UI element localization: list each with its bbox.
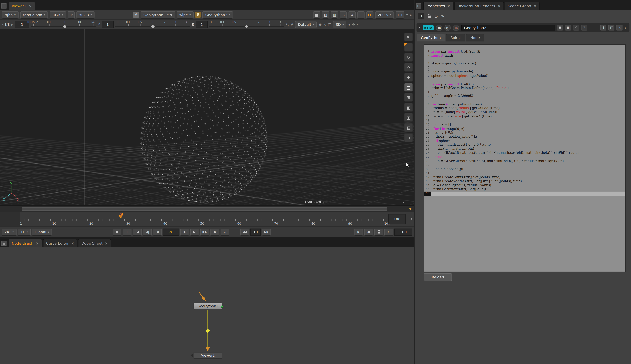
step-forward-button[interactable]: ▶▶ (200, 228, 209, 236)
close-icon[interactable]: × (447, 4, 450, 8)
frame-range-dropdown[interactable]: Global▾ (32, 228, 52, 236)
code-line[interactable]: 29 (424, 163, 625, 167)
pane-menu-icon[interactable]: ▤ (1, 240, 6, 246)
display-wireframe-button[interactable]: ◫ (404, 113, 413, 122)
double-chevron-icon[interactable]: » (410, 217, 412, 221)
set-in-point-button[interactable]: I (123, 228, 132, 236)
layer-dropdown[interactable]: rgba▾ (2, 11, 18, 18)
refresh-button[interactable]: ↺ (348, 11, 356, 18)
code-line[interactable]: 1from pxr import Usd, Sdf, Gf (424, 50, 625, 54)
double-chevron-icon[interactable]: » (357, 22, 359, 26)
code-line[interactable]: 5 (424, 66, 625, 70)
code-line[interactable]: 13 (424, 98, 625, 102)
close-icon[interactable]: × (29, 4, 32, 8)
matrix-tool-button[interactable]: ⊞ (404, 93, 413, 102)
frame-increment-input[interactable]: 10 (250, 228, 261, 236)
code-line[interactable]: 4stage = geo_python.stage() (424, 62, 625, 66)
step-back-button[interactable]: ◀ (153, 228, 162, 236)
code-line[interactable]: 31 (424, 172, 625, 175)
tab-geopython[interactable]: GeoPython (416, 34, 445, 42)
input-b-dropdown[interactable]: GeoPython2▾ (202, 11, 233, 18)
code-line[interactable]: 24 phi = math.acos(1.0 - 2.0 * k / n) (424, 143, 625, 147)
code-line[interactable]: 33 prim.CreateWidthsAttr().Set([size] * … (424, 179, 625, 183)
node-name-input[interactable]: GeoPython2 (462, 24, 555, 30)
wipe-dropdown[interactable]: wipe▾ (176, 11, 194, 18)
redo-button[interactable]: ↷ (581, 24, 587, 30)
display-textured-button[interactable]: ▦ (404, 123, 413, 132)
code-line[interactable]: 36 (424, 192, 625, 196)
close-panel-button[interactable]: × (617, 24, 623, 30)
gamma-slider[interactable]: 00.10.51234 (115, 20, 190, 29)
prev-stop-icon[interactable]: ◂ (2, 22, 4, 26)
max-panels-input[interactable]: 3 (418, 13, 424, 19)
node-viewer1[interactable]: Viewer1 (194, 352, 222, 358)
input-b-badge[interactable]: B (195, 12, 201, 18)
loop-mode-button[interactable]: ⇆ (113, 228, 122, 236)
prev-keyframe-button[interactable]: ◀| (143, 228, 152, 236)
pause-button[interactable]: ▮▮ (366, 11, 373, 18)
tab-scene-graph[interactable]: Scene Graph × (504, 2, 540, 10)
code-line[interactable]: 16 n = int(node['count'].getValueAt(time… (424, 110, 625, 114)
saturation-input[interactable]: 1 (196, 21, 208, 28)
help-button[interactable]: ? (601, 24, 607, 30)
range-popup-icon[interactable]: ▼ (409, 207, 412, 211)
float-panel-button[interactable]: ◳ (609, 24, 615, 30)
pane-divider[interactable] (414, 0, 415, 364)
code-line[interactable]: 25 sinPhi = math.sin(phi) (424, 147, 625, 151)
gamma-input[interactable]: 1 (102, 21, 114, 28)
code-line[interactable]: 3 (424, 58, 625, 62)
code-line[interactable]: 12golden_angle = 2.399963 (424, 94, 625, 98)
close-icon[interactable]: × (71, 242, 74, 246)
display-points-button[interactable]: ⊡ (404, 133, 413, 142)
playback-end-box[interactable]: 100 (394, 228, 412, 236)
jump-forward-button[interactable]: ▶▶ (262, 228, 271, 236)
code-line[interactable]: 9from pxr import UsdGeom (424, 82, 625, 86)
chevron-down-icon[interactable]: ▼ (406, 13, 408, 16)
code-line[interactable]: 35 prim.GetExtentAttr().Set([-e, e]) (424, 188, 625, 192)
code-line[interactable]: 7sphere = node['sphere'].getValue() (424, 74, 625, 78)
tab-spiral[interactable]: Spiral (446, 34, 465, 42)
tab-node-graph[interactable]: Node Graph × (8, 239, 42, 248)
code-line[interactable]: 11 (424, 90, 625, 94)
code-line[interactable]: 17 size = node['size'].getValueAt(time) (424, 114, 625, 118)
current-frame-input[interactable]: 28 (163, 228, 179, 236)
timeline-mode-dropdown[interactable]: TF▾ (18, 228, 31, 236)
double-chevron-icon[interactable]: » (625, 26, 627, 30)
clear-panels-button[interactable]: ⊘ (434, 14, 438, 19)
fstop-label[interactable]: f/8 (5, 22, 10, 26)
grid-overlay-icon[interactable]: # (290, 22, 294, 26)
center-node-button[interactable]: ◎ (444, 24, 451, 31)
code-line[interactable]: 2import math (424, 54, 625, 58)
jump-back-button[interactable]: ◀◀ (240, 228, 249, 236)
alpha-layer-dropdown[interactable]: rgba.alpha▾ (20, 11, 48, 18)
tab-dope-sheet[interactable]: Dope Sheet × (78, 239, 111, 248)
selection-box-icon[interactable]: ▢ (328, 22, 332, 26)
close-icon[interactable]: × (105, 242, 108, 246)
scale-tool-button[interactable]: ◇ (404, 63, 413, 72)
display-channels-dropdown[interactable]: RGB▾ (50, 11, 66, 18)
marquee-tool-button[interactable]: ▭ (404, 43, 413, 52)
lock-panels-button[interactable] (427, 14, 431, 18)
chevron-down-icon[interactable]: ▼ (348, 23, 350, 26)
zoom-dropdown[interactable]: 200%▾ (375, 11, 394, 18)
postage-stamp-button[interactable]: ◍ (453, 24, 459, 31)
gain-slider[interactable]: 0.0156250.111064 (31, 20, 96, 29)
code-line[interactable]: 34 e = Gf.Vec3f(radius, radius, radius) (424, 184, 625, 188)
undo-button[interactable]: ↶ (573, 24, 579, 30)
code-line[interactable]: 14for time in geo_python.times(): (424, 102, 625, 106)
out-point-button[interactable]: O (220, 228, 230, 236)
play-button[interactable]: ▶ (180, 228, 189, 236)
manage-knobs-button[interactable]: ▣ (557, 24, 563, 30)
node-color-swatch[interactable]: ● (436, 24, 442, 31)
range-end-box[interactable]: 100 (388, 214, 406, 224)
lock-range-button[interactable] (374, 228, 383, 236)
goto-start-button[interactable]: |◀ (133, 228, 142, 236)
timeline-ruler[interactable]: 110203040506070809010028 (20, 212, 390, 226)
mask-overlay-button[interactable]: ▦ (313, 11, 320, 18)
viewport-3d[interactable]: ↖ ▭ ↺ ◇ + ▤ ⊞ ▣ ◫ ▦ ⊡ Y Z X (640x480) (0, 30, 414, 205)
close-icon[interactable]: × (534, 4, 536, 8)
goto-end-button[interactable]: |▶ (210, 228, 219, 236)
snapshot-icon[interactable]: ⊙ (352, 22, 355, 26)
input-a-badge[interactable]: A (133, 12, 139, 18)
tab-viewer1[interactable]: Viewer1 × (8, 2, 35, 10)
